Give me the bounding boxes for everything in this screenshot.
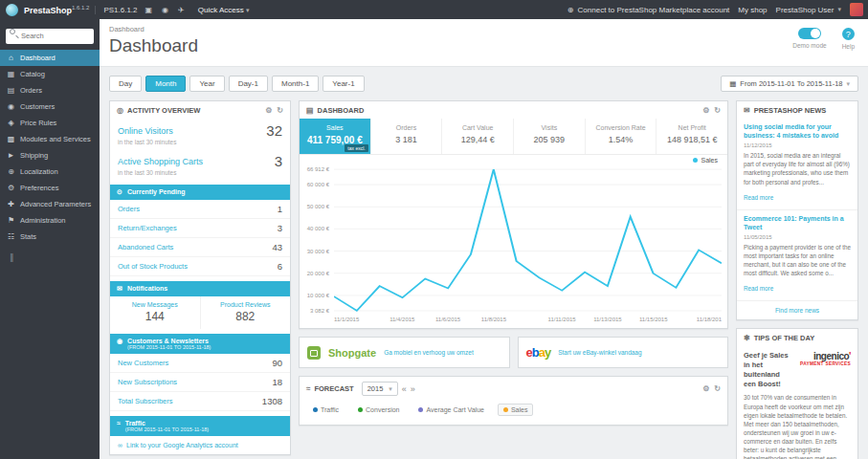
filter-day-1-button[interactable]: Day-1 [229,76,268,92]
gear-icon[interactable]: ⚙ [702,384,709,393]
version-label: 1.6.1.2 [72,5,89,11]
find-more-news-link[interactable]: Find more news [737,301,857,319]
legend-label: Sales [511,406,528,413]
ebay-promo-card[interactable]: ebay Start uw eBay-winkel vandaag [518,337,729,368]
chart-legend[interactable]: Sales [693,157,718,164]
activity-overview-panel: ◎ ACTIVITY OVERVIEW ⚙↻ Online Visitors 3… [109,100,291,455]
search-input[interactable] [6,29,94,44]
sidebar-item-administration[interactable]: ⚑Administration [0,212,100,229]
refresh-icon[interactable]: ↻ [714,106,721,115]
center-column: ▤ DASHBOARD ⚙↻ Sales 411 759,00 € tax ex… [299,100,728,426]
profile-icon[interactable]: ◉ [160,6,170,14]
demo-mode-toggle[interactable] [798,28,821,39]
forecast-legend-average-cart-value[interactable]: Average Cart Value [412,404,489,416]
new-messages-cell[interactable]: New Messages144 [110,296,200,329]
tips-of-the-day-panel: ✱ TIPS OF THE DAY Geef je Sales in het b… [736,328,858,459]
filter-month-button[interactable]: Month [145,76,186,92]
product-reviews-cell[interactable]: Product Reviews882 [200,296,291,329]
sidebar-item-orders[interactable]: ▤Orders [0,82,100,98]
forecast-legend: Traffic Conversion Average Cart Value Sa… [300,400,727,425]
sidebar-item-price-rules[interactable]: ◈Price Rules [0,115,100,131]
news-item-date: 11/12/2015 [744,142,851,148]
kpi-label: Cart Value [444,124,511,131]
sidebar-item-advanced-parameters[interactable]: ✚Advanced Parameters [0,196,100,212]
sidebar-item-customers[interactable]: ◉Customers [0,98,100,115]
kpi-value: 129,44 € [444,135,511,144]
date-range-label: From 2015-11-01 To 2015-11-18 [740,79,842,88]
pending-returns-row[interactable]: Return/Exchanges3 [110,219,290,238]
abandoned-carts-row[interactable]: Abandoned Carts43 [110,238,290,257]
help-icon[interactable]: ? [842,28,855,40]
forecast-prev-button[interactable]: « [402,384,407,394]
gear-icon[interactable]: ⚙ [702,106,709,115]
user-menu[interactable]: PrestaShop User ▾ [776,6,841,14]
forecast-next-button[interactable]: » [411,384,415,394]
top-bar: PrestaShop1.6.1.2 PS1.6.1.2 ▣ ◉ ✈ Quick … [0,0,868,19]
forecast-legend-sales[interactable]: Sales [498,404,534,416]
user-avatar[interactable] [850,3,863,16]
total-subscribers-row[interactable]: Total Subscribers1308 [110,392,290,411]
active-carts-row[interactable]: Active Shopping Carts 3 [110,149,290,169]
forecast-year-select[interactable]: 2015▾ [362,382,398,396]
shopgate-promo-link[interactable]: Ga mobiel en verhoog uw omzet [384,349,474,356]
sidebar-item-localization[interactable]: ⊕Localization [0,164,100,180]
kpi-sales-tile[interactable]: Sales 411 759,00 € tax excl. [300,119,371,154]
online-visitors-row[interactable]: Online Visitors 32 [110,119,290,139]
shopgate-promo-card[interactable]: Shopgate Ga mobiel en verhoog uw omzet [299,337,510,368]
news-item: Using social media for your business: 4 … [737,119,857,210]
refresh-icon[interactable]: ↻ [714,384,721,393]
sidebar-item-catalog[interactable]: ▦Catalog [0,66,100,82]
ebay-promo-link[interactable]: Start uw eBay-winkel vandaag [558,349,641,356]
cart-icon[interactable]: ▣ [144,6,155,14]
news-item-title[interactable]: Ecommerce 101: Payments in a Tweet [744,214,851,231]
filter-month-1-button[interactable]: Month-1 [272,76,319,92]
sidebar-collapse-button[interactable]: ∥ [0,245,100,270]
sidebar: ⌂Dashboard ▦Catalog ▤Orders ◉Customers ◈… [0,19,100,459]
sidebar-item-stats[interactable]: ☷Stats [0,229,100,245]
new-subscriptions-row[interactable]: New Subscriptions18 [110,373,290,392]
forecast-legend-conversion[interactable]: Conversion [352,404,405,416]
x-tick-label: 11/8/2015 [481,317,506,322]
forecast-legend-traffic[interactable]: Traffic [307,404,345,416]
online-visitors-value: 32 [266,122,282,139]
gear-icon[interactable]: ⚙ [265,106,272,115]
marketplace-link[interactable]: ⊕Connect to PrestaShop Marketplace accou… [568,6,729,14]
news-item-title[interactable]: Using social media for your business: 4 … [744,122,851,140]
out-of-stock-row[interactable]: Out of Stock Products6 [110,257,290,276]
quick-access-menu[interactable]: Quick Access ▾ [192,6,256,14]
sidebar-item-shipping[interactable]: ►Shipping [0,147,100,164]
read-more-link[interactable]: Read more [744,194,773,201]
legend-dot [693,158,698,163]
refresh-icon[interactable]: ↻ [277,106,283,115]
active-carts-subtitle: in the last 30 minutes [110,169,290,180]
calendar-icon: ▦ [729,79,736,88]
prestashop-news-panel: ✉ PRESTASHOP NEWS Using social media for… [736,100,858,320]
filter-year-1-button[interactable]: Year-1 [323,76,364,92]
date-range-picker[interactable]: ▦ From 2015-11-01 To 2015-11-18 ▾ [721,76,858,92]
x-tick-label: 11/4/2015 [389,317,414,322]
x-tick-label: 11/1/2015 [334,317,359,322]
plane-icon[interactable]: ✈ [176,6,187,14]
kpi-conversion-rate-tile[interactable]: Conversion Rate 1.54% [586,119,657,154]
link-icon: ∞ [118,442,122,448]
sidebar-item-preferences[interactable]: ⚙Preferences [0,180,100,196]
y-tick-label: 66 912 € [307,166,329,172]
row-value: 90 [272,358,282,368]
sidebar-item-modules[interactable]: ▩Modules and Services [0,131,100,147]
kpi-orders-tile[interactable]: Orders 3 181 [371,119,443,154]
filter-day-button[interactable]: Day [109,76,142,92]
filter-year-button[interactable]: Year [189,76,224,92]
read-more-link[interactable]: Read more [744,285,773,292]
kpi-visits-tile[interactable]: Visits 205 939 [514,119,586,154]
kpi-net-profit-tile[interactable]: Net Profit 148 918,51 € [657,119,727,154]
my-shop-link[interactable]: My shop [738,6,767,14]
new-customers-row[interactable]: New Customers90 [110,354,290,373]
row-value: 1 [278,204,282,214]
kpi-cart-value-tile[interactable]: Cart Value 129,44 € [442,119,514,154]
sidebar-item-label: Stats [20,232,36,241]
legend-dot [313,407,318,412]
pending-orders-row[interactable]: Orders1 [110,200,290,219]
google-analytics-link[interactable]: ∞ Link to your Google Analytics account [110,436,290,454]
sidebar-item-dashboard[interactable]: ⌂Dashboard [0,50,100,66]
y-tick-label: 40 000 € [307,226,329,231]
